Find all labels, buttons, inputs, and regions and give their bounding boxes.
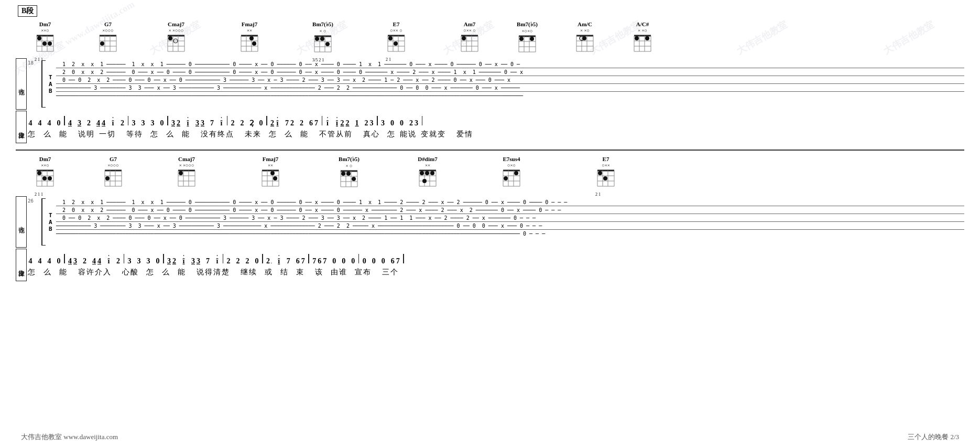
chord-cmaj7: Cmaj7 × ×○○○ — [166, 21, 187, 56]
svg-point-128 — [179, 171, 183, 175]
lyrics-line-2: 怎 么 能 容许介入 心酸 怎 么 能 说得清楚 继续 或 结 束 该 由谁 宣… — [28, 267, 964, 278]
svg-point-98 — [635, 36, 639, 40]
guitar-melody-row2: 古他 26 T A B — [16, 196, 964, 248]
svg-point-39 — [252, 41, 256, 46]
chord-diagrams-row2: Dm7 ××○ — [16, 156, 964, 191]
chord-diagrams-row1: Dm7 ××○ — [16, 21, 964, 56]
svg-point-160 — [430, 171, 434, 175]
svg-point-60 — [394, 41, 398, 46]
chord-dsdim7: D#dim7 ×× — [417, 156, 438, 190]
svg-point-161 — [422, 179, 427, 183]
notation-line-2: 4 4 4 0 4 3 2 4 4 î· 2 3 3 3 0 — [28, 252, 964, 267]
chord-g7: G7 ×○○○ — [97, 21, 118, 56]
chord-dm7-2: Dm7 ××○ — [35, 156, 56, 190]
chord-amc: Am/C × ×○ — [574, 21, 595, 56]
footer: 大伟吉他教室 www.daweijita.com 三个人的晚餐 2/3 — [0, 432, 980, 442]
chord-dm7: Dm7 ××○ — [35, 21, 56, 56]
svg-point-79 — [530, 37, 534, 41]
guitar-label-1: 古他 — [16, 58, 27, 110]
svg-point-137 — [270, 171, 275, 175]
chord-e7-2: E7 ○×× 2 1 — [595, 156, 616, 190]
svg-point-38 — [249, 36, 254, 40]
lyrics-line-1: 怎 么 能 说明 一切 等待 怎 么 能 没有终点 未来 怎 么 能 不管从前 … — [28, 129, 964, 140]
chord-acsharp: A/C# × ×○ — [632, 21, 653, 56]
chord-g7-2: G7 ×○○○ — [103, 156, 124, 190]
svg-point-49 — [320, 37, 324, 41]
section-divider — [16, 150, 964, 151]
svg-point-119 — [105, 176, 110, 180]
svg-point-149 — [352, 177, 356, 181]
melody-label-2: 主旋律 — [16, 249, 27, 281]
svg-point-50 — [325, 42, 330, 46]
melody-label-1: 主旋律 — [16, 111, 27, 143]
section-b-label: B段 — [18, 5, 37, 17]
svg-point-180 — [598, 171, 602, 175]
svg-point-59 — [388, 36, 393, 40]
svg-point-181 — [603, 176, 607, 180]
chord-bm7b5-2: Bm7(♭5) ×○×○ — [517, 21, 538, 56]
svg-point-148 — [346, 172, 351, 176]
tab-staff-1: 18 T A B — [28, 60, 964, 108]
svg-point-158 — [420, 171, 424, 175]
guitar-melody-row1: 古他 18 T A B — [16, 58, 964, 110]
chord-bm7b5-3: Bm7(♭5) × ○ — [339, 156, 360, 191]
svg-point-110 — [48, 176, 52, 180]
svg-point-10 — [48, 41, 52, 46]
chord-am7: Am7 ○×× ○ — [459, 21, 480, 56]
svg-point-147 — [341, 172, 345, 176]
chord-fmaj7: Fmaj7 ×× — [239, 21, 260, 56]
chord-fmaj7-2: Fmaj7 ×× — [260, 156, 281, 190]
svg-point-170 — [504, 176, 508, 180]
melody-row2: 主旋律 4 4 4 0 4 3 2 4 4 î· 2 3 — [16, 249, 964, 281]
melody-row1: 主旋律 4 4 4 0 4 3 2 4 4 î· 2 3 — [16, 111, 964, 143]
svg-point-48 — [315, 37, 319, 41]
tab-staff-2: 26 T A B 1 2 x — [28, 198, 964, 246]
svg-point-19 — [100, 41, 104, 46]
footer-left: 大伟吉他教室 www.daweijita.com — [21, 432, 118, 442]
svg-point-171 — [514, 171, 518, 175]
svg-point-138 — [273, 176, 277, 180]
svg-point-78 — [519, 37, 524, 41]
footer-right: 三个人的晚餐 2/3 — [908, 432, 959, 442]
svg-point-109 — [42, 176, 47, 180]
chord-e7: E7 ○×× ○ 2 1 — [386, 21, 407, 56]
page: 大伟吉他教室 www.daweijita.com 大伟吉他教室 大伟吉他教室 大… — [0, 0, 980, 447]
chord-bm7b5-1: Bm7(♭5) × ○ — [312, 21, 333, 56]
svg-point-108 — [37, 171, 41, 175]
section-b: B段 Dm7 ××○ — [16, 5, 964, 281]
notation-line-1: 4 4 4 0 4 3 2 4 4 î· 2 3 3 3 0 — [28, 114, 964, 129]
guitar-label-2: 古他 — [16, 196, 27, 248]
svg-point-89 — [582, 36, 586, 40]
chord-cmaj7-2: Cmaj7 × ×○○○ — [176, 156, 197, 190]
chord-e7sus4: E7sus4 ○×○ — [501, 156, 522, 190]
svg-point-69 — [462, 36, 466, 40]
svg-point-159 — [425, 171, 429, 175]
svg-point-9 — [42, 41, 47, 46]
svg-point-8 — [37, 36, 41, 40]
svg-point-28 — [168, 36, 172, 40]
svg-point-99 — [645, 36, 649, 40]
